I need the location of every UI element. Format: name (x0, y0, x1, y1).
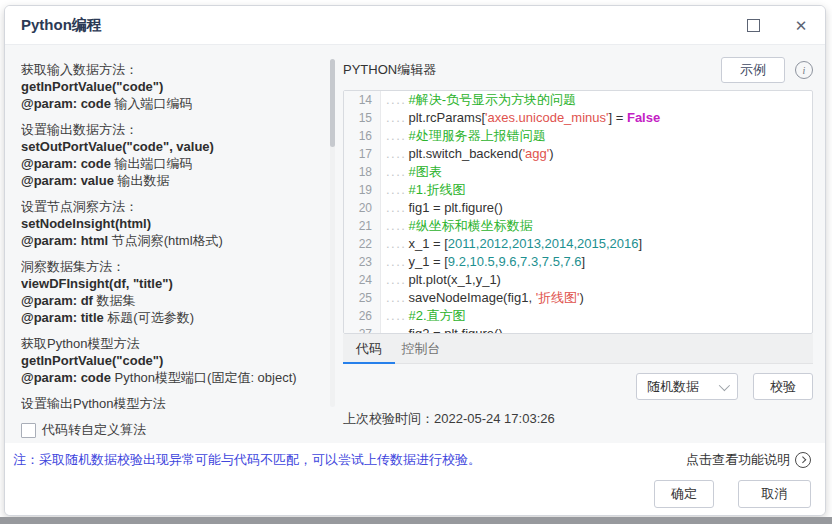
line-number: 22 (344, 235, 381, 253)
chevron-down-icon (719, 379, 730, 390)
line-number: 23 (344, 253, 381, 271)
cancel-button[interactable]: 取消 (738, 480, 811, 508)
code-editor[interactable]: 14....#解决-负号显示为方块的问题15....plt.rcParams['… (343, 90, 813, 334)
doc-line: @param: title 标题(可选参数) (21, 309, 335, 326)
doc-line: getInPortValue("code") (21, 352, 335, 369)
doc-line: viewDFInsight(df, "title") (21, 275, 335, 292)
doc-line: 设置节点洞察方法： (21, 198, 335, 215)
close-icon: ✕ (795, 18, 808, 33)
action-buttons: 确定 取消 (5, 469, 825, 508)
doc-line: @param: df 数据集 (21, 292, 335, 309)
code-line: 23....y_1 = [9.2,10.5,9.6,7.3,7.5,7.6] (344, 253, 812, 271)
doc-section: 设置节点洞察方法：setNodeInsight(html)@param: htm… (21, 198, 335, 249)
validate-button[interactable]: 校验 (753, 373, 813, 400)
doc-section: 获取Python模型方法getInPortValue("code")@param… (21, 335, 335, 386)
code-line: 24....plt.plot(x_1,y_1) (344, 271, 812, 289)
code-line: 18....#图表 (344, 163, 812, 181)
checkbox-row: 代码转自定义算法 (21, 421, 335, 439)
code-line: 26....#2.直方图 (344, 307, 812, 325)
tab-code[interactable]: 代码 (343, 334, 395, 363)
note-row: 注：采取随机数据校验出现异常可能与代码不匹配，可以尝试上传数据进行校验。 点击查… (5, 443, 825, 469)
editor-tabbar: 代码 控制台 (343, 334, 813, 364)
tab-console[interactable]: 控制台 (395, 334, 447, 363)
help-link[interactable]: 点击查看功能说明 (686, 451, 811, 469)
doc-line: getInPortValue("code") (21, 78, 335, 95)
dropdown-selected-value: 随机数据 (647, 378, 699, 396)
line-number: 21 (344, 217, 381, 235)
confirm-button[interactable]: 确定 (654, 480, 714, 508)
editor-header: PYTHON编辑器 示例 i (343, 55, 813, 85)
doc-line: @param: code 输出端口编码 (21, 155, 335, 172)
random-data-dropdown[interactable]: 随机数据 (636, 373, 738, 400)
api-docs-panel: 获取输入数据方法：getInPortValue("code")@param: c… (5, 45, 335, 443)
line-number: 19 (344, 181, 381, 199)
code-line: 20....fig1 = plt.figure() (344, 199, 812, 217)
code-line: 16....#处理服务器上报错问题 (344, 127, 812, 145)
code-line: 25....saveNodeImage(fig1, '折线图') (344, 289, 812, 307)
code-line: 14....#解决-负号显示为方块的问题 (344, 91, 812, 109)
line-number: 20 (344, 199, 381, 217)
code-line: 22....x_1 = [2011,2012,2013,2014,2015,20… (344, 235, 812, 253)
checkbox-label: 代码转自定义算法 (42, 421, 146, 439)
doc-line: 获取Python模型方法 (21, 335, 335, 352)
docs-scrollbar-thumb[interactable] (330, 59, 335, 147)
doc-section: 设置输出数据方法：setOutPortValue("code", value)@… (21, 121, 335, 189)
docs-scrollbar[interactable] (330, 59, 335, 407)
line-number: 24 (344, 271, 381, 289)
editor-panel: PYTHON编辑器 示例 i 14....#解决-负号显示为方块的问题15...… (335, 45, 825, 443)
code-to-custom-algorithm-checkbox[interactable] (21, 423, 36, 438)
doc-section: 洞察数据集方法：viewDFInsight(df, "title")@param… (21, 258, 335, 326)
line-number: 27 (344, 325, 381, 334)
validate-controls: 随机数据 校验 (343, 373, 813, 400)
line-number: 17 (344, 145, 381, 163)
code-line: 19....#1.折线图 (344, 181, 812, 199)
example-button[interactable]: 示例 (721, 57, 785, 83)
maximize-button[interactable] (744, 16, 762, 34)
doc-line: setNodeInsight(html) (21, 215, 335, 232)
doc-line: 获取输入数据方法： (21, 61, 335, 78)
doc-line: @param: html 节点洞察(html格式) (21, 232, 335, 249)
line-number: 14 (344, 91, 381, 109)
doc-line: 设置输出数据方法： (21, 121, 335, 138)
dialog-title: Python编程 (21, 16, 744, 35)
close-button[interactable]: ✕ (792, 16, 810, 34)
line-number: 25 (344, 289, 381, 307)
chevron-right-glyph (799, 456, 806, 463)
python-editor-dialog: Python编程 ✕ 获取输入数据方法：getInPortValue("code… (4, 5, 826, 516)
titlebar: Python编程 ✕ (5, 6, 825, 45)
doc-section: 获取输入数据方法：getInPortValue("code")@param: c… (21, 61, 335, 112)
chevron-right-circle-icon (795, 452, 811, 468)
dialog-footer: 注：采取随机数据校验出现异常可能与代码不匹配，可以尝试上传数据进行校验。 点击查… (5, 443, 825, 516)
doc-section: 设置输出Python模型方法setOutPortValue("code", va… (21, 395, 335, 409)
doc-line: @param: code 输入端口编码 (21, 95, 335, 112)
line-number: 18 (344, 163, 381, 181)
doc-line: setOutPortValue("code", value) (21, 138, 335, 155)
code-line: 15....plt.rcParams['axes.unicode_minus']… (344, 109, 812, 127)
dialog-content: 获取输入数据方法：getInPortValue("code")@param: c… (5, 45, 825, 443)
line-number: 15 (344, 109, 381, 127)
doc-line: @param: value 输出数据 (21, 172, 335, 189)
editor-title: PYTHON编辑器 (343, 61, 721, 79)
validation-note: 注：采取随机数据校验出现异常可能与代码不匹配，可以尝试上传数据进行校验。 (13, 451, 481, 469)
help-link-label: 点击查看功能说明 (686, 451, 790, 469)
code-line: 27....fig2 = plt.figure() (344, 325, 812, 334)
line-number: 16 (344, 127, 381, 145)
background-strip (0, 517, 832, 524)
last-validation-time: 上次校验时间：2022-05-24 17:03:26 (343, 410, 813, 428)
doc-line: 洞察数据集方法： (21, 258, 335, 275)
code-line: 17....plt.switch_backend('agg') (344, 145, 812, 163)
api-docs-text: 获取输入数据方法：getInPortValue("code")@param: c… (21, 61, 335, 409)
line-number: 26 (344, 307, 381, 325)
doc-line: 设置输出Python模型方法 (21, 395, 335, 409)
code-line: 21....#纵坐标和横坐标数据 (344, 217, 812, 235)
doc-line: @param: code Python模型端口(固定值: object) (21, 369, 335, 386)
maximize-icon (747, 19, 760, 32)
window-controls: ✕ (744, 16, 810, 34)
info-icon[interactable]: i (795, 61, 813, 79)
